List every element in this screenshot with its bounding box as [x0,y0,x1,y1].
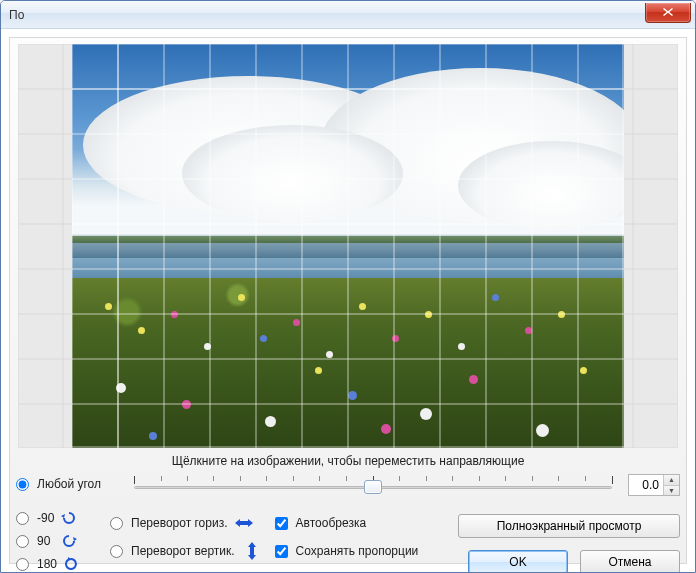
radio-flip-horizontal[interactable] [110,517,123,530]
slider-thumb[interactable] [364,480,382,494]
window-buttons [645,3,691,23]
flip-horizontal-icon [235,516,253,530]
titlebar: По [1,1,695,29]
angle-spin-down[interactable]: ▼ [664,486,679,496]
angle-presets: Любой угол [16,474,102,504]
rotate-ccw-icon [60,511,76,525]
flip-vertical-icon [243,544,261,558]
rotate-cw-icon [62,534,78,548]
angle-input[interactable] [629,475,663,495]
angle-spin-up[interactable]: ▲ [664,475,679,486]
checkbox-autocrop[interactable] [275,517,288,530]
grid-margin-right [624,44,678,448]
dialog-content: Щёлкните на изображении, чтобы перемести… [9,37,687,564]
controls-row: Любой угол ▲ [16,474,680,504]
checkbox-autocrop-label: Автообрезка [296,516,366,530]
checkbox-keep-proportions-label: Сохранять пропорции [296,544,419,558]
radio-free-angle[interactable] [16,478,29,491]
radio-plus-90[interactable] [16,535,29,548]
grid-overlay [72,44,624,448]
flip-vertical-label: Переворот вертик. [131,544,235,558]
radio-180[interactable] [16,558,29,571]
hint-text: Щёлкните на изображении, чтобы перемести… [16,454,680,468]
preview-area[interactable] [18,44,678,448]
checkbox-keep-proportions[interactable] [275,545,288,558]
radio-flip-vertical[interactable] [110,545,123,558]
radio-minus-90-label: -90 [37,511,54,525]
radio-plus-90-label: 90 [37,534,50,548]
fullscreen-preview-button[interactable]: Полноэкранный просмотр [458,514,680,538]
radio-minus-90[interactable] [16,512,29,525]
close-icon [662,7,674,17]
window-title: По [9,8,24,22]
flip-horizontal-label: Переворот гориз. [131,516,227,530]
rotate-180-icon [63,557,79,571]
ok-button[interactable]: OK [468,550,568,573]
angle-slider-area [110,474,620,504]
angle-slider[interactable] [134,474,612,504]
angle-value-wrap: ▲ ▼ [628,474,680,504]
radio-free-angle-label: Любой угол [37,477,101,491]
radio-180-label: 180 [37,557,57,571]
rotate-dialog: По [0,0,696,573]
preview-image[interactable] [72,44,624,448]
close-button[interactable] [645,3,691,23]
grid-margin-left [18,44,72,448]
cancel-button[interactable]: Отмена [580,550,680,573]
